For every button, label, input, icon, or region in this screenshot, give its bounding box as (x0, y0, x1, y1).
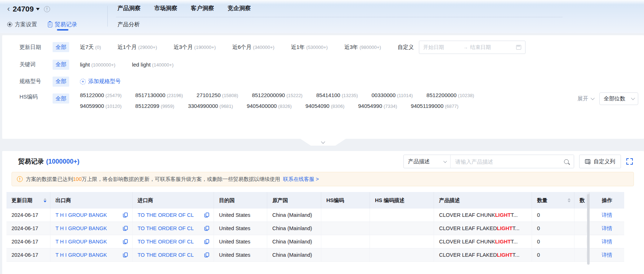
back-icon[interactable]: ‹ (7, 5, 10, 13)
hs-code-option[interactable]: 27101250 (15808) (197, 92, 238, 98)
copy-icon[interactable] (123, 213, 128, 218)
hs-code-option[interactable]: 94051199000 (6877) (411, 103, 459, 109)
hs-code-option[interactable]: 85122000 (25479) (80, 92, 122, 98)
importer-link[interactable]: TO THE ORDER OF CL (138, 252, 194, 258)
update-option-3m[interactable]: 近3个月 (190000+) (174, 44, 216, 51)
detail-link[interactable]: 详情 (602, 225, 612, 232)
hs-digits-select[interactable]: 全部位数 (599, 92, 638, 105)
date-range-picker[interactable]: → (419, 41, 526, 54)
exporter-link[interactable]: T H I GROUP BANGK (55, 252, 107, 258)
filter-row-hs-code: HS编码 全部 85122000 (25479) 8517130000 (231… (2, 90, 644, 109)
cell-importer: TO THE ORDER OF CL (133, 248, 214, 261)
fullscreen-button[interactable] (626, 158, 633, 165)
nav-underline (116, 17, 563, 17)
importer-link[interactable]: TO THE ORDER OF CL (138, 225, 194, 231)
update-option-3y[interactable]: 近3年 (980000+) (344, 44, 381, 51)
hs-code-option[interactable]: 85122099 (9959) (135, 103, 174, 109)
update-option-1m[interactable]: 近1个月 (29000+) (117, 44, 157, 51)
exporter-link[interactable]: T H I GROUP BANGK (55, 212, 107, 218)
cell-origin: China (Mainland) (267, 222, 321, 235)
update-date-all-chip[interactable]: 全部 (53, 42, 69, 52)
copy-icon[interactable] (123, 239, 128, 244)
filter-label-spec: 规格型号 (19, 78, 53, 85)
hs-code-option[interactable]: 94054090 (8306) (305, 103, 344, 109)
tab-plan-settings-label: 方案设置 (15, 21, 37, 28)
cell-quantity: 0 (532, 209, 574, 222)
contact-support-link[interactable]: 联系在线客服 > (283, 176, 319, 182)
update-option-1y[interactable]: 近1年 (530000+) (291, 44, 328, 51)
nav-competitor-insight[interactable]: 竞企洞察 (228, 5, 251, 12)
cell-importer: TO THE ORDER OF CL (133, 209, 214, 222)
hs-code-option[interactable]: 8517130000 (23196) (135, 92, 183, 98)
cell-hs-code (321, 248, 370, 261)
tab-product-analysis[interactable]: 产品分析 (117, 21, 140, 27)
copy-icon[interactable] (204, 252, 209, 257)
copy-icon[interactable] (123, 226, 128, 231)
column-header-quantity[interactable]: 数量 (532, 192, 574, 209)
column-header-product-desc: 产品描述 (434, 192, 532, 209)
keyword-option-light[interactable]: light (1000000+) (80, 61, 115, 68)
records-title: 贸易记录 (18, 157, 44, 166)
quota-notice-banner: ! 方案的数据量已达到100万上限，将会影响数据的更新，可联系客服升级方案，或删… (12, 172, 634, 186)
expand-toggle[interactable]: 展开 (577, 95, 594, 102)
hs-code-option[interactable]: 85122000090 (15222) (252, 92, 303, 98)
add-spec-button[interactable]: 添加规格型号 (80, 78, 121, 85)
nav-market-insight[interactable]: 市场洞察 (154, 5, 177, 12)
hs-code-option[interactable]: 00330000 (11014) (372, 92, 413, 98)
update-option-7d[interactable]: 近7天 (0) (80, 44, 101, 51)
plan-dropdown-caret-icon[interactable] (36, 8, 40, 12)
filter-panel: 更新日期 全部 近7天 (0) 近1个月 (29000+) 近3个月 (1900… (2, 35, 644, 139)
sort-icon[interactable] (568, 198, 571, 203)
exporter-link[interactable]: T H I GROUP BANGK (55, 239, 107, 245)
hs-code-option[interactable]: 94054990 (7334) (358, 103, 397, 109)
keyword-highlight: LIGHT (495, 239, 511, 245)
cell-update-date: 2024-06-17 (6, 235, 50, 248)
copy-icon[interactable] (204, 226, 209, 231)
plan-id[interactable]: 24709 (13, 5, 33, 13)
hs-all-chip[interactable]: 全部 (53, 93, 69, 104)
copy-icon[interactable] (123, 252, 128, 257)
start-date-input[interactable] (423, 44, 461, 50)
plan-row: ‹ 24709 ! (7, 1, 77, 17)
table-header-row: 更新日期 出口商 进口商 目的国 原产国 HS编码 HS 编码描述 产品描述 数… (6, 192, 624, 209)
info-icon[interactable]: ! (44, 6, 50, 12)
hs-code-option[interactable]: 94059900 (10120) (80, 103, 122, 109)
copy-icon[interactable] (204, 239, 209, 244)
importer-link[interactable]: TO THE ORDER OF CL (138, 239, 194, 245)
search-type-select[interactable]: 产品描述 (404, 155, 451, 168)
hs-code-option[interactable]: 8512200000 (10238) (426, 92, 474, 98)
spec-all-chip[interactable]: 全部 (53, 77, 69, 87)
hs-code-option[interactable]: 9405400000 (8326) (247, 103, 292, 109)
search-input[interactable] (451, 155, 559, 168)
hs-code-option[interactable]: 3304990000 (9681) (188, 103, 233, 109)
filter-row-update-date: 更新日期 全部 近7天 (0) 近1个月 (29000+) 近3个月 (1900… (2, 38, 644, 56)
detail-link[interactable]: 详情 (602, 212, 612, 219)
detail-link[interactable]: 详情 (602, 252, 612, 259)
cell-exporter: T H I GROUP BANGK (50, 209, 133, 222)
hs-code-option[interactable]: 85414100 (13235) (316, 92, 358, 98)
keyword-option-led-light[interactable]: led light (140000+) (132, 61, 173, 68)
vertical-scrollbar[interactable] (587, 194, 590, 265)
nav-product-insight[interactable]: 产品洞察 (117, 5, 140, 12)
search-group: 产品描述 (403, 155, 574, 168)
update-option-6m[interactable]: 近6个月 (340000+) (232, 44, 274, 51)
tab-plan-settings[interactable]: 方案设置 (7, 21, 37, 28)
keyword-highlight: LIGHT (497, 225, 513, 231)
importer-link[interactable]: TO THE ORDER OF CL (138, 212, 194, 218)
sort-icon[interactable] (44, 198, 46, 203)
search-button[interactable] (559, 155, 574, 168)
nav-customer-insight[interactable]: 客户洞察 (191, 5, 214, 12)
customize-columns-button[interactable]: 自定义列 (579, 155, 621, 168)
end-date-input[interactable] (470, 44, 508, 50)
cell-hs-code (321, 209, 370, 222)
exporter-link[interactable]: T H I GROUP BANGK (55, 225, 107, 231)
plus-circle-icon (80, 79, 86, 85)
table-columns-icon (585, 159, 591, 164)
collapse-filters-tab[interactable] (300, 139, 346, 146)
detail-link[interactable]: 详情 (602, 238, 612, 245)
copy-icon[interactable] (204, 213, 209, 218)
tab-trade-records[interactable]: 贸易记录 (48, 21, 77, 28)
column-header-update-date[interactable]: 更新日期 (6, 192, 50, 209)
cell-origin: China (Mainland) (267, 248, 321, 261)
keyword-all-chip[interactable]: 全部 (53, 60, 69, 70)
